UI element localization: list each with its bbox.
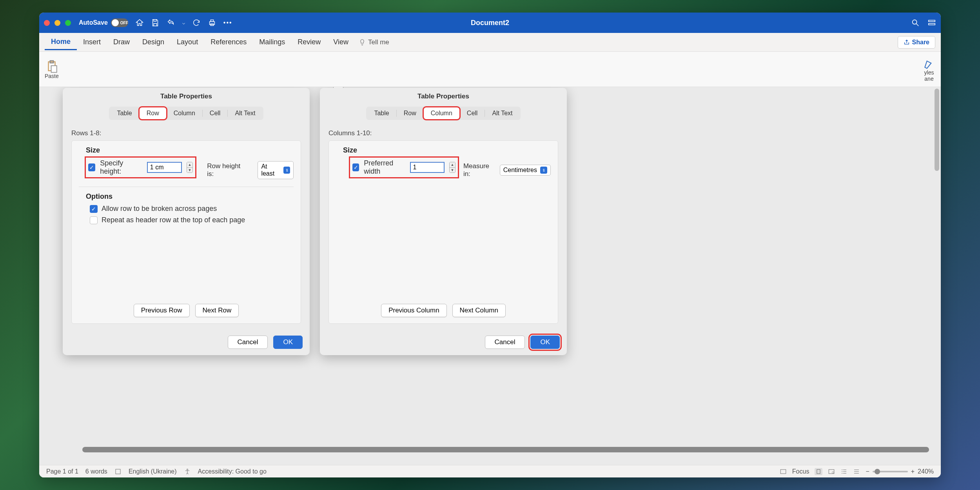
svg-point-15	[832, 472, 834, 474]
tell-me-search[interactable]: Tell me	[359, 38, 389, 46]
maximize-window-button[interactable]	[65, 20, 71, 26]
tab-view[interactable]: View	[327, 35, 355, 49]
accessibility-status[interactable]: Accessibility: Good to go	[198, 468, 267, 475]
cancel-button[interactable]: Cancel	[228, 336, 268, 349]
toggle-switch[interactable]: OFF	[111, 18, 128, 27]
focus-mode[interactable]: Focus	[792, 468, 809, 475]
svg-rect-6	[929, 24, 935, 25]
paste-button[interactable]: Paste	[45, 60, 59, 79]
ok-button[interactable]: OK	[273, 336, 303, 349]
zoom-level[interactable]: 240%	[918, 468, 934, 475]
dialog-tab-alttext[interactable]: Alt Text	[228, 107, 262, 119]
repeat-header-label: Repeat as header row at the top of each …	[102, 216, 245, 224]
svg-rect-5	[929, 20, 935, 22]
table-properties-dialog-column: Table Properties Table Row Column Cell A…	[320, 88, 567, 355]
titlebar-quick-actions: ⌵ •••	[135, 18, 232, 27]
step-up-icon: ▲	[450, 162, 455, 168]
horizontal-scrollbar[interactable]	[82, 447, 929, 452]
minimize-window-button[interactable]	[54, 20, 60, 26]
document-title: Document2	[471, 19, 509, 27]
language-indicator[interactable]: English (Ukraine)	[129, 468, 177, 475]
print-layout-icon[interactable]	[815, 468, 822, 475]
tab-insert[interactable]: Insert	[77, 35, 107, 49]
preferred-width-group: ✓ Preferred width 1 ▲▼	[350, 158, 458, 177]
spellcheck-icon[interactable]	[114, 468, 122, 475]
dialog-tab-row[interactable]: Row	[397, 107, 423, 119]
rows-range-label: Rows 1-8:	[71, 129, 301, 137]
page-indicator[interactable]: Page 1 of 1	[46, 468, 78, 475]
dialog-tab-cell[interactable]: Cell	[203, 107, 228, 119]
zoom-out-icon[interactable]: −	[866, 468, 869, 475]
dialog-tab-column[interactable]: Column	[424, 107, 459, 119]
row-height-mode-select[interactable]: At least ⥮	[258, 161, 294, 179]
ok-button[interactable]: OK	[530, 336, 560, 349]
size-heading: Size	[86, 146, 294, 154]
save-icon[interactable]	[151, 18, 160, 27]
cancel-button[interactable]: Cancel	[485, 336, 525, 349]
web-layout-icon[interactable]	[828, 468, 835, 475]
print-icon[interactable]	[208, 18, 216, 27]
svg-point-11	[187, 469, 188, 470]
previous-column-button[interactable]: Previous Column	[381, 304, 446, 317]
word-count[interactable]: 6 words	[85, 468, 107, 475]
row-panel: Size ✓ Specify height: 1 cm ▲▼ Row heigh…	[71, 140, 301, 324]
tab-draw[interactable]: Draw	[107, 35, 136, 49]
tab-mailings[interactable]: Mailings	[253, 35, 291, 49]
preferred-width-checkbox[interactable]: ✓	[352, 163, 359, 171]
allow-break-checkbox[interactable]: ✓	[90, 205, 98, 213]
ribbon-options-icon[interactable]	[927, 18, 936, 27]
share-button[interactable]: Share	[898, 36, 935, 49]
dialog-tab-cell[interactable]: Cell	[460, 107, 485, 119]
document-canvas: Table Properties Table Row Column Cell A…	[39, 87, 941, 465]
column-width-stepper[interactable]: ▲▼	[449, 162, 456, 173]
row-height-input[interactable]: 1 cm	[147, 162, 182, 173]
dialog-tab-table[interactable]: Table	[110, 107, 139, 119]
column-width-input[interactable]: 1	[410, 162, 445, 173]
dialog-tab-table[interactable]: Table	[367, 107, 396, 119]
size-heading: Size	[343, 146, 551, 154]
close-window-button[interactable]	[44, 20, 50, 26]
tab-references[interactable]: References	[204, 35, 253, 49]
dialog-tab-alttext[interactable]: Alt Text	[485, 107, 519, 119]
outline-icon[interactable]	[840, 468, 848, 475]
tab-review[interactable]: Review	[291, 35, 327, 49]
zoom-control[interactable]: − + 240%	[866, 468, 934, 475]
home-icon[interactable]	[135, 18, 144, 27]
bulb-icon	[359, 39, 366, 46]
more-icon[interactable]: •••	[223, 19, 232, 26]
dialog-tab-row[interactable]: Row	[140, 107, 166, 119]
next-row-button[interactable]: Next Row	[195, 304, 239, 317]
vertical-scrollbar[interactable]	[934, 89, 940, 292]
chevron-updown-icon: ⥮	[283, 167, 290, 174]
zoom-slider[interactable]	[873, 471, 908, 472]
columns-range-label: Columns 1-10:	[328, 129, 558, 137]
chevron-updown-icon: ⥮	[540, 167, 547, 174]
specify-height-checkbox[interactable]: ✓	[88, 163, 95, 171]
autosave-toggle[interactable]: AutoSave OFF	[79, 18, 128, 27]
ribbon-toolbar: Paste yles ane	[39, 52, 941, 87]
measure-in-label: Measure in:	[463, 162, 494, 178]
dialog-title: Table Properties	[63, 88, 310, 105]
zoom-in-icon[interactable]: +	[911, 468, 915, 475]
row-height-is-label: Row height is:	[207, 162, 246, 178]
svg-rect-10	[116, 469, 120, 474]
tab-design[interactable]: Design	[136, 35, 171, 49]
repeat-header-checkbox[interactable]	[90, 216, 98, 224]
draft-icon[interactable]	[853, 468, 860, 475]
undo-icon[interactable]	[167, 18, 175, 27]
redo-icon[interactable]	[192, 18, 201, 27]
autosave-label: AutoSave	[79, 19, 108, 26]
search-icon[interactable]	[911, 18, 920, 27]
next-column-button[interactable]: Next Column	[452, 304, 506, 317]
row-height-stepper[interactable]: ▲▼	[187, 162, 193, 173]
word-window: AutoSave OFF ⌵ ••• Document2 Home Insert…	[39, 13, 941, 477]
measure-unit-select[interactable]: Centimetres ⥮	[500, 165, 551, 176]
allow-break-label: Allow row to be broken across pages	[102, 205, 217, 213]
undo-dropdown-icon[interactable]: ⌵	[182, 20, 185, 25]
dialog-tab-column[interactable]: Column	[167, 107, 202, 119]
tab-home[interactable]: Home	[45, 34, 77, 50]
styles-pane-button[interactable]: yles ane	[923, 57, 935, 82]
tab-layout[interactable]: Layout	[171, 35, 204, 49]
previous-row-button[interactable]: Previous Row	[134, 304, 190, 317]
svg-rect-1	[211, 20, 213, 22]
